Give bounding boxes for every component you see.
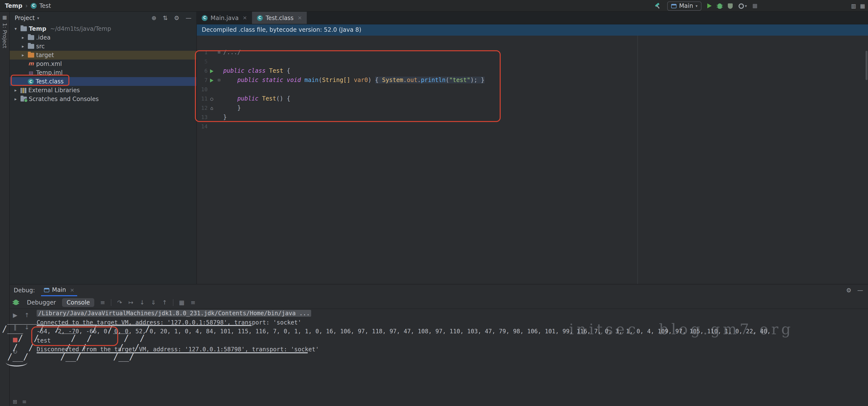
tree-item-idea[interactable]: ▸.idea (10, 33, 196, 42)
chevron-icon[interactable]: ▸ (13, 88, 19, 93)
tab-test-class[interactable]: Test.class× (252, 12, 307, 24)
scroll-to-top-icon[interactable]: ↑ (24, 312, 30, 319)
tree-item-pom-xml[interactable]: pom.xml (10, 60, 196, 68)
editor-area: Main.java×Test.class× Decompiled .class … (197, 12, 868, 284)
run-gutter-icon[interactable] (208, 66, 216, 76)
chevron-icon[interactable]: ▸ (20, 35, 26, 40)
view-breakpoints-icon[interactable]: ▦ (178, 299, 186, 306)
console-line: test (37, 336, 868, 345)
debug-panel: Debug: Main × ⚙— DebuggerConsole ≡ ↷↦↓⇓↑… (10, 284, 868, 406)
debug-button[interactable] (718, 3, 722, 8)
build-hammer-icon[interactable] (655, 2, 662, 9)
run-button[interactable] (707, 3, 712, 8)
close-icon[interactable]: × (298, 14, 302, 21)
project-stripe-label[interactable]: 1: Project (1, 23, 8, 48)
show-execution-point-icon[interactable]: ↷ (116, 299, 124, 306)
debug-label: Debug: (14, 287, 35, 294)
profiler-button[interactable]: ▾ (739, 3, 747, 8)
tab-label: Test.class (266, 14, 293, 21)
profiler-icon (739, 3, 744, 8)
debug-session-tab[interactable]: Main × (41, 284, 78, 296)
gutter-spacer (208, 113, 216, 122)
home-gutter-icon[interactable]: ⌂ (208, 103, 216, 113)
scroll-to-end-icon[interactable]: ↓ (24, 324, 30, 331)
debug-session-icon (14, 300, 18, 305)
settings-icon[interactable]: ⚙ (846, 287, 851, 294)
restore-layout-icon[interactable]: ≡ (189, 299, 197, 306)
toggle-layout-icon[interactable]: ▦ (860, 3, 865, 9)
pause-icon[interactable]: ∥ (12, 324, 19, 331)
locate-icon[interactable]: ⊕ (151, 14, 156, 22)
tab-console[interactable]: Console (62, 298, 94, 307)
tab-main-java[interactable]: Main.java× (197, 12, 252, 24)
step-out-icon[interactable]: ↑ (161, 299, 168, 306)
tree-item-test-class[interactable]: Test.class (10, 77, 196, 86)
gutter-spacer (208, 48, 216, 57)
rerun-icon[interactable]: ↻ (12, 348, 19, 355)
tree-item-target[interactable]: ▸target (10, 51, 196, 60)
breadcrumb-project[interactable]: Temp (5, 2, 23, 9)
code-line: 6public class Test { (197, 66, 868, 76)
folder-icon (28, 44, 34, 49)
hide-panel-icon[interactable]: — (186, 14, 191, 22)
stop-button[interactable] (753, 4, 757, 8)
options-menu-icon[interactable]: ≡ (22, 399, 26, 405)
run-icon (210, 78, 213, 82)
project-panel-title[interactable]: Project (14, 14, 35, 22)
code-text: public class Test { (222, 66, 290, 76)
fold-marker-icon[interactable]: ⊞ (216, 48, 222, 57)
tree-item-label: src (36, 43, 45, 50)
code-text (222, 85, 223, 94)
settings-icon[interactable]: ⚙ (174, 14, 179, 22)
tree-item-label: Temp (29, 25, 46, 32)
fold-marker-icon[interactable]: ⊟ (216, 76, 222, 85)
debug-bottom-icons: ⊞≡ (13, 399, 27, 405)
project-panel-header: Project ▾ ⊕⇅⚙— (10, 12, 196, 24)
maven-icon (28, 62, 34, 66)
tree-item-scratches-and-consoles[interactable]: ▸Scratches and Consoles (10, 95, 196, 103)
tab-debugger[interactable]: Debugger (23, 298, 60, 307)
class-icon (257, 15, 263, 21)
code-line: 11○ public Test() { (197, 94, 868, 103)
project-tool-window-icon[interactable]: ▦ (2, 14, 7, 20)
resume-icon[interactable]: ▶ (12, 312, 19, 319)
breadcrumb-file[interactable]: Test (39, 2, 51, 9)
chevron-icon[interactable]: ▸ (13, 97, 19, 102)
editor-code[interactable]: 1⊞/.../56public class Test {7⊟ public st… (197, 47, 868, 284)
coverage-button[interactable] (728, 3, 733, 8)
tree-item-src[interactable]: ▸src (10, 42, 196, 51)
step-over-icon[interactable]: ↦ (127, 299, 135, 306)
force-step-into-icon[interactable]: ⇓ (150, 299, 157, 306)
code-line: 14 (197, 122, 868, 131)
tree-item-temp[interactable]: ▾Temp ~/d4m1ts/java/Temp (10, 24, 196, 33)
tree-item-temp-iml[interactable]: Temp.iml (10, 68, 196, 77)
toggle-sidebar-icon[interactable]: ▥ (851, 3, 856, 9)
console-menu-icon[interactable]: ≡ (99, 299, 106, 306)
app-window-icon (44, 287, 49, 292)
console-line-text: Connected to the target VM, address: '12… (37, 319, 301, 326)
class-icon (202, 15, 208, 21)
code-line: 5 (197, 57, 868, 66)
fold-spacer (216, 122, 222, 131)
editor-scrollbar[interactable] (866, 51, 868, 80)
console-output[interactable]: /Library/Java/JavaVirtualMachines/jdk1.8… (37, 309, 868, 406)
circle-gutter-icon[interactable]: ○ (208, 94, 216, 103)
chevron-icon[interactable]: ▸ (20, 44, 26, 49)
line-number: 1 (197, 48, 208, 57)
chevron-icon[interactable]: ▸ (20, 53, 26, 58)
chevron-icon[interactable]: ▾ (13, 26, 19, 31)
run-config-selector[interactable]: Main ▾ (668, 1, 702, 10)
step-into-icon[interactable]: ↓ (138, 299, 146, 306)
close-icon[interactable]: × (243, 14, 247, 21)
close-icon[interactable]: × (70, 287, 74, 293)
stop-icon[interactable]: ■ (12, 336, 19, 343)
run-gutter-icon[interactable] (208, 76, 216, 85)
class-icon (28, 78, 34, 84)
layout-grid-icon[interactable]: ⊞ (13, 399, 17, 405)
breadcrumb-separator-icon: › (25, 2, 28, 9)
debug-left-toolbar: ▶∥■↻ ↑↓ (12, 312, 30, 355)
application-window: Temp › Test Main ▾ ▾ ▥ ▦ (0, 0, 868, 406)
tree-item-external-libraries[interactable]: ▸External Libraries (10, 86, 196, 95)
collapse-all-icon[interactable]: ⇅ (163, 14, 167, 22)
hide-panel-icon[interactable]: — (857, 287, 863, 294)
